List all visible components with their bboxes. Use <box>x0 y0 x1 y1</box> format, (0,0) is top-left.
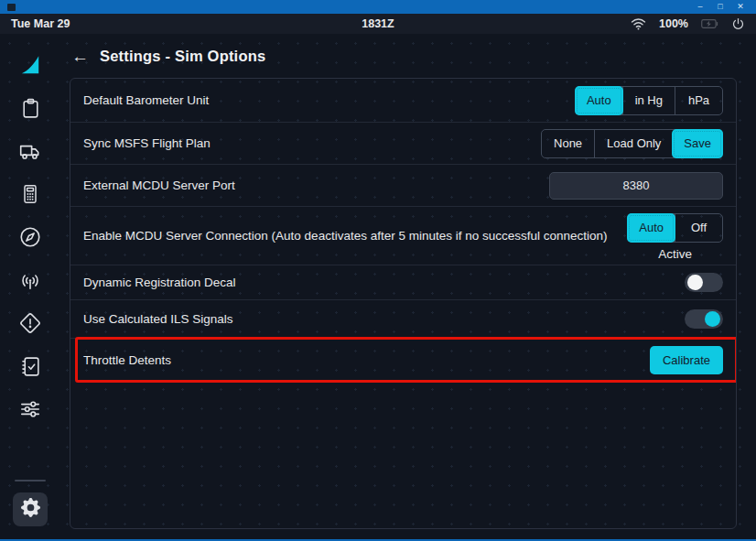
setting-label: Enable MCDU Server Connection (Auto deac… <box>83 229 608 243</box>
mcdu-connection-segmented: Auto Off <box>627 213 723 243</box>
setting-label: Default Barometer Unit <box>83 93 209 107</box>
page-title: Settings - Sim Options <box>100 48 265 65</box>
barometer-option-hpa[interactable]: hPa <box>675 87 722 114</box>
battery-charging-icon <box>701 18 718 29</box>
sync-option-none[interactable]: None <box>542 130 594 157</box>
setting-label: Use Calculated ILS Signals <box>83 312 233 326</box>
registration-decal-toggle[interactable] <box>685 273 723 292</box>
sidebar-item-atc-antenna[interactable] <box>12 262 49 298</box>
wifi-icon <box>631 17 646 30</box>
calibrate-button[interactable]: Calibrate <box>650 346 723 374</box>
settings-panel: Default Barometer Unit Auto in Hg hPa Sy… <box>70 78 737 529</box>
barometer-unit-segmented: Auto in Hg hPa <box>575 86 723 115</box>
sync-flightplan-segmented: None Load Only Save <box>541 129 723 158</box>
setting-label: Sync MSFS Flight Plan <box>83 136 211 150</box>
sidebar-item-ground-truck[interactable] <box>12 133 49 169</box>
back-arrow-button[interactable]: ← <box>71 48 89 65</box>
setting-row-mcdu-port: External MCDU Server Port <box>70 165 736 207</box>
battery-percentage: 100% <box>659 17 688 30</box>
sidebar-item-settings-active[interactable] <box>13 492 48 526</box>
barometer-option-auto[interactable]: Auto <box>575 86 623 115</box>
mcdu-connection-status: Active <box>658 247 692 261</box>
page-header: ← Settings - Sim Options <box>70 41 737 70</box>
sidebar-item-checklists[interactable] <box>12 348 49 384</box>
ils-signals-toggle[interactable] <box>685 309 723 329</box>
window-close-button[interactable]: ✕ <box>730 0 751 14</box>
setting-row-registration-decal: Dynamic Registration Decal <box>70 265 736 300</box>
sidebar-item-presets-sliders[interactable] <box>12 391 49 427</box>
setting-row-ils-signals: Use Calculated ILS Signals <box>70 300 736 339</box>
setting-label: Throttle Detents <box>83 353 171 367</box>
gear-icon <box>21 498 40 521</box>
sidebar-item-failures-warning[interactable] <box>12 305 49 341</box>
window-minimize-button[interactable]: – <box>690 0 710 14</box>
setting-label: External MCDU Server Port <box>83 179 235 192</box>
mcdu-option-auto[interactable]: Auto <box>627 213 675 243</box>
window-titlebar: – □ ✕ <box>0 0 756 14</box>
sidebar-divider <box>15 480 46 481</box>
sidebar-item-dashboard[interactable] <box>12 90 49 126</box>
efb-statusbar: Tue Mar 29 1831Z 100% <box>0 14 756 34</box>
mcdu-port-input[interactable] <box>549 172 723 200</box>
sidebar <box>0 34 60 539</box>
setting-row-mcdu-connection: Enable MCDU Server Connection (Auto deac… <box>70 207 736 265</box>
mcdu-option-off[interactable]: Off <box>675 214 722 242</box>
window-maximize-button[interactable]: □ <box>710 0 730 14</box>
sidebar-item-navigation-compass[interactable] <box>12 219 49 255</box>
power-icon[interactable] <box>731 17 745 31</box>
app-icon <box>7 4 16 11</box>
sync-option-load-only[interactable]: Load Only <box>594 130 673 157</box>
red-highlight-box <box>75 337 737 383</box>
sync-option-save[interactable]: Save <box>672 129 723 158</box>
flybywire-logo-icon <box>12 47 49 83</box>
setting-row-barometer-unit: Default Barometer Unit Auto in Hg hPa <box>70 79 736 123</box>
setting-label: Dynamic Registration Decal <box>83 276 236 289</box>
barometer-option-inhg[interactable]: in Hg <box>622 87 675 114</box>
sidebar-item-performance-calculator[interactable] <box>12 176 49 212</box>
setting-row-sync-flightplan: Sync MSFS Flight Plan None Load Only Sav… <box>70 123 736 165</box>
setting-row-throttle-detents: Throttle Detents Calibrate <box>70 339 736 382</box>
